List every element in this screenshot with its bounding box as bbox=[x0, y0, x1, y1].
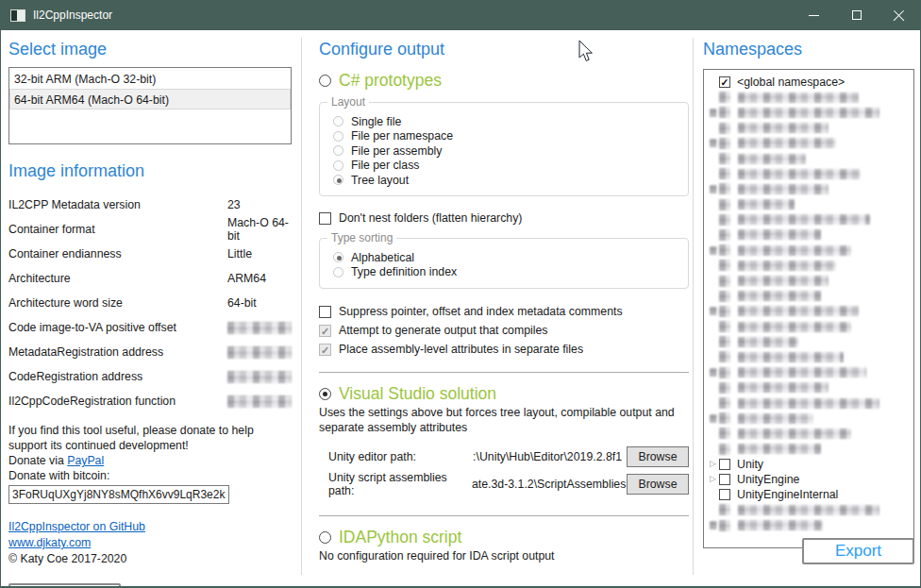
image-list-item[interactable]: 64-bit ARM64 (Mach-O 64-bit) bbox=[9, 89, 291, 109]
close-button[interactable] bbox=[878, 0, 920, 30]
unity-script-path-value[interactable]: ate.3d-3.1.2\ScriptAssemblies bbox=[472, 478, 627, 491]
output-option-checkbox-icon[interactable] bbox=[319, 306, 331, 318]
unity-editor-path-value[interactable]: :\Unity\Hub\Editor\2019.2.8f1 bbox=[472, 450, 627, 463]
checkbox-slot bbox=[719, 92, 735, 103]
namespace-row[interactable] bbox=[704, 517, 913, 532]
namespace-row[interactable] bbox=[704, 197, 913, 212]
radio-icon[interactable] bbox=[333, 116, 343, 126]
output-option-checkbox-icon[interactable]: ✓ bbox=[319, 344, 331, 356]
radio-icon[interactable] bbox=[333, 267, 343, 277]
checkbox-slot bbox=[719, 504, 735, 515]
expander-slot: ▷ bbox=[707, 460, 719, 468]
namespace-row[interactable]: UnityEngineInternal bbox=[704, 487, 913, 502]
radio-option-label: File per assembly bbox=[351, 144, 442, 158]
namespace-row[interactable] bbox=[704, 334, 913, 349]
output-checkbox-row[interactable]: ✓Place assembly-level attributes in sepa… bbox=[319, 340, 689, 359]
namespace-checkbox-icon[interactable]: ✓ bbox=[719, 76, 730, 88]
maximize-button[interactable] bbox=[835, 0, 878, 30]
namespace-checkbox-icon[interactable] bbox=[719, 489, 730, 500]
radio-option[interactable]: File per class bbox=[329, 159, 678, 174]
radio-option[interactable]: Tree layout bbox=[329, 173, 678, 188]
minimize-button[interactable] bbox=[793, 0, 835, 30]
namespace-row[interactable] bbox=[704, 304, 913, 319]
radio-option[interactable]: Alphabetical bbox=[329, 250, 678, 265]
checkbox-slot bbox=[719, 183, 735, 194]
output-checkbox-row[interactable]: Suppress pointer, offset and index metad… bbox=[319, 302, 689, 321]
redacted-expander bbox=[710, 139, 717, 147]
redacted-checkbox bbox=[719, 244, 730, 256]
configure-output-panel: Configure output C# prototypes Layout Si… bbox=[319, 40, 689, 564]
output-option-checkbox-icon[interactable]: ✓ bbox=[319, 325, 331, 337]
namespace-row[interactable] bbox=[704, 349, 913, 364]
namespace-row[interactable] bbox=[704, 90, 913, 105]
namespace-row[interactable] bbox=[704, 319, 913, 334]
namespace-row[interactable] bbox=[704, 105, 913, 120]
namespace-row[interactable] bbox=[704, 365, 913, 380]
namespace-row[interactable] bbox=[704, 151, 913, 166]
radio-icon[interactable] bbox=[333, 160, 343, 171]
csharp-prototypes-option[interactable]: C# prototypes bbox=[319, 71, 689, 91]
paypal-link[interactable]: PayPal bbox=[67, 454, 104, 467]
namespace-row[interactable] bbox=[704, 273, 913, 288]
bitcoin-address-input[interactable] bbox=[8, 485, 229, 504]
namespace-checkbox-icon[interactable] bbox=[719, 459, 730, 470]
redacted-namespace-label bbox=[738, 444, 821, 454]
namespace-row[interactable] bbox=[704, 502, 913, 517]
radio-option-label: Alphabetical bbox=[351, 251, 414, 264]
namespace-row[interactable] bbox=[704, 136, 913, 151]
namespace-row[interactable] bbox=[704, 380, 913, 395]
radio-option[interactable]: File per namespace bbox=[329, 129, 678, 144]
idapython-radio-icon[interactable] bbox=[319, 531, 331, 544]
namespace-row[interactable] bbox=[704, 243, 913, 258]
radio-option[interactable]: Single file bbox=[329, 114, 678, 129]
unity-editor-browse-button[interactable]: Browse bbox=[627, 446, 689, 467]
idapython-description: No configuration required for IDA script… bbox=[319, 549, 689, 564]
github-link[interactable]: Il2CppInspector on GitHub bbox=[8, 520, 145, 533]
flatten-checkbox-icon[interactable] bbox=[319, 212, 331, 225]
namespace-row[interactable]: ▷Unity bbox=[704, 457, 913, 472]
flatten-checkbox-row[interactable]: Don't nest folders (flatten hierarchy) bbox=[319, 210, 689, 227]
output-checkbox-row[interactable]: ✓Attempt to generate output that compile… bbox=[319, 321, 689, 340]
expander-icon[interactable]: ▷ bbox=[710, 460, 716, 468]
export-button[interactable]: Export bbox=[802, 538, 914, 564]
namespace-checkbox-icon[interactable] bbox=[719, 474, 730, 485]
namespace-row[interactable] bbox=[704, 181, 913, 196]
redacted-checkbox bbox=[719, 382, 730, 394]
namespace-row[interactable] bbox=[704, 289, 913, 304]
namespace-row[interactable] bbox=[704, 258, 913, 273]
info-label: Architecture word size bbox=[8, 296, 227, 310]
namespace-row[interactable]: ▷UnityEngine bbox=[704, 472, 913, 487]
radio-option[interactable]: Type definition index bbox=[329, 265, 678, 280]
namespace-row[interactable]: ✓<global namespace> bbox=[704, 75, 913, 90]
image-list-item[interactable]: 32-bit ARM (Mach-O 32-bit) bbox=[9, 68, 291, 89]
namespaces-listbox[interactable]: ✓<global namespace>▷Unity▷UnityEngineUni… bbox=[703, 69, 914, 548]
info-value: 64-bit bbox=[227, 296, 257, 310]
unity-script-browse-button[interactable]: Browse bbox=[627, 474, 689, 495]
website-link[interactable]: www.djkaty.com bbox=[8, 536, 91, 549]
visual-studio-option[interactable]: Visual Studio solution bbox=[319, 384, 689, 404]
radio-icon[interactable] bbox=[333, 175, 343, 185]
radio-icon[interactable] bbox=[333, 145, 343, 156]
redacted-value bbox=[227, 346, 292, 359]
image-listbox[interactable]: 32-bit ARM (Mach-O 32-bit)64-bit ARM64 (… bbox=[8, 67, 292, 144]
namespace-row[interactable] bbox=[704, 442, 913, 457]
checkbox-slot bbox=[719, 107, 735, 118]
radio-icon[interactable] bbox=[333, 131, 343, 142]
expander-icon[interactable]: ▷ bbox=[710, 475, 716, 483]
radio-icon[interactable] bbox=[333, 252, 343, 262]
namespace-row[interactable] bbox=[704, 212, 913, 227]
radio-option[interactable]: File per assembly bbox=[329, 143, 678, 159]
separator-2 bbox=[319, 515, 689, 516]
namespace-row[interactable] bbox=[704, 426, 913, 441]
namespace-row[interactable] bbox=[704, 166, 913, 181]
info-value: Little bbox=[227, 247, 252, 260]
namespace-row[interactable] bbox=[704, 395, 913, 411]
idapython-option[interactable]: IDAPython script bbox=[319, 528, 689, 547]
visual-studio-radio-icon[interactable] bbox=[319, 388, 331, 400]
csharp-radio-icon[interactable] bbox=[319, 75, 331, 87]
redacted-namespace-label bbox=[738, 154, 806, 164]
namespace-row[interactable] bbox=[704, 121, 913, 136]
namespace-row[interactable] bbox=[704, 411, 913, 426]
namespace-row[interactable] bbox=[704, 227, 913, 243]
back-button[interactable]: << Back bbox=[8, 583, 121, 588]
